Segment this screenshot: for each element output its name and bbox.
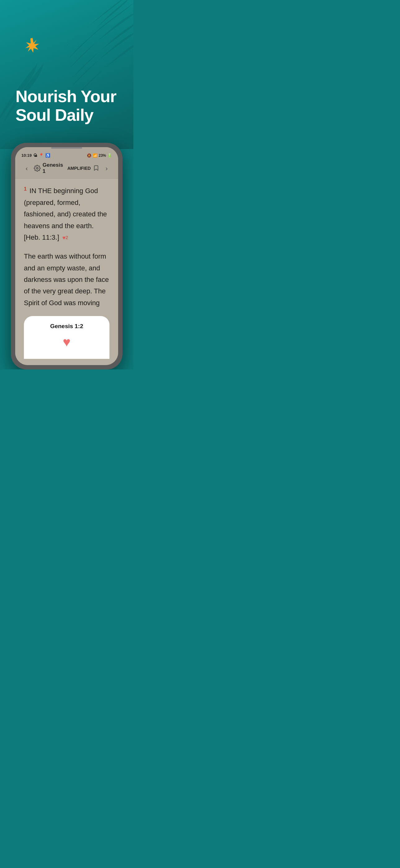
bookmark-button[interactable] — [91, 163, 101, 174]
silent-icon: 🔕 — [87, 153, 92, 158]
bottom-heart-icon[interactable]: ♥ — [31, 335, 102, 349]
nav-book-title: Genesis 1 — [42, 162, 65, 175]
verse-1-heart-count: 2 — [66, 234, 68, 242]
nav-center: Genesis 1 AMPLIFIED — [42, 162, 91, 175]
status-time: 10:19 — [22, 153, 32, 158]
bible-content: 1 IN THE beginning God (prepared, formed… — [15, 179, 118, 365]
phone-mockup: 10:19 🌤 📍 ♿ 🔕 📶 23% 🔋 ‹ — [11, 143, 123, 369]
battery-label: 23% — [99, 153, 106, 158]
verse-2-text: The earth was without form and an empty … — [24, 252, 109, 307]
wifi-icon: 📶 — [93, 153, 97, 158]
status-bar: 10:19 🌤 📍 ♿ 🔕 📶 23% 🔋 — [15, 150, 118, 160]
star-burst-icon — [25, 37, 40, 53]
weather-icon: 🌤 — [33, 153, 37, 158]
battery-icon: 🔋 — [107, 153, 112, 158]
status-right: 🔕 📶 23% 🔋 — [87, 153, 112, 158]
bottom-card-reference: Genesis 1:2 — [31, 323, 102, 330]
verse-1-number: 1 — [24, 186, 27, 191]
verse-1-heart-icon[interactable]: ♥ — [62, 233, 66, 243]
accessibility-icon: ♿ — [45, 153, 50, 158]
back-button[interactable]: ‹ — [22, 163, 32, 174]
bottom-card: Genesis 1:2 ♥ — [24, 316, 109, 359]
verse-2: The earth was without form and an empty … — [24, 251, 109, 309]
svg-point-1 — [36, 167, 38, 169]
nav-bar: ‹ Genesis 1 AMPLIFIED › — [15, 160, 118, 179]
phone-notch — [15, 147, 118, 150]
hero-title: Nourish Your Soul Daily — [15, 87, 116, 124]
svg-marker-0 — [26, 38, 39, 53]
forward-button[interactable]: › — [101, 163, 112, 174]
settings-button[interactable] — [32, 163, 42, 174]
nav-version-label: AMPLIFIED — [67, 166, 91, 171]
verse-1: 1 IN THE beginning God (prepared, formed… — [24, 185, 109, 243]
leaf-top-right-icon — [43, 0, 133, 99]
hero-section: Nourish Your Soul Daily — [0, 0, 133, 149]
status-left: 10:19 🌤 📍 ♿ — [22, 153, 50, 158]
location-icon: 📍 — [39, 153, 44, 158]
